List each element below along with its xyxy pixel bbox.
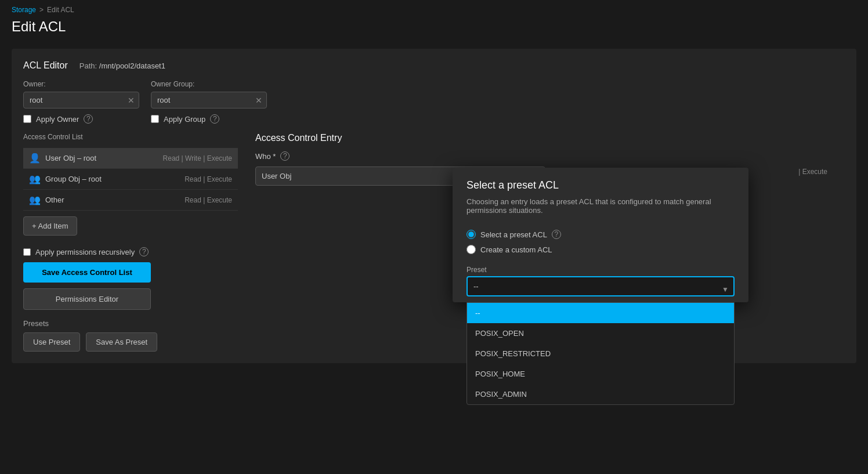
save-as-preset-button[interactable]: Save As Preset [86,332,157,352]
apply-recursive-help-icon[interactable]: ? [139,247,149,256]
acl-item-perms: Read | Execute [185,196,232,204]
presets-title: Presets [23,319,238,328]
preset-dropdown[interactable]: -- POSIX_OPEN POSIX_RESTRICTED POSIX_HOM… [466,276,735,296]
create-custom-radio[interactable] [466,245,476,254]
acl-item-name: User Obj – root [45,154,96,162]
ace-title: Access Control Entry [255,133,845,143]
preset-option-posix-open[interactable]: POSIX_OPEN [467,323,734,343]
owner-input[interactable] [23,92,139,108]
owner-label: Owner: [23,80,139,88]
owner-group-label: Owner Group: [151,80,267,88]
who-label: Who * [255,152,276,161]
execute-badge: | Execute [798,168,827,176]
preset-option-posix-home[interactable]: POSIX_HOME [467,364,734,384]
select-preset-help-icon[interactable]: ? [552,230,561,239]
apply-owner-label: Apply Owner [36,115,79,124]
acl-editor-title: ACL Editor [23,60,68,71]
other-icon: 👥 [29,194,41,205]
preset-options-list: -- POSIX_OPEN POSIX_RESTRICTED POSIX_HOM… [466,302,735,405]
owner-group-input[interactable] [151,92,267,108]
permissions-editor-button[interactable]: Permissions Editor [23,288,151,310]
apply-group-label: Apply Group [164,115,205,124]
save-acl-button[interactable]: Save Access Control List [23,262,151,283]
acl-item-perms: Read | Write | Execute [163,154,232,162]
preset-field-label: Preset [453,260,748,276]
apply-owner-help-icon[interactable]: ? [84,114,93,124]
apply-recursive-label: Apply permissions recursively [35,248,135,256]
owner-clear-icon[interactable]: ✕ [128,96,135,105]
breadcrumb-current: Edit ACL [47,6,74,14]
path-label: Path: /mnt/pool2/dataset1 [79,61,165,70]
select-preset-label: Select a preset ACL [480,230,547,239]
preset-modal: Select a preset ACL Choosing an entry lo… [453,168,748,302]
breadcrumb-storage-link[interactable]: Storage [12,6,36,14]
acl-item-name: Group Obj – root [45,175,102,183]
page-title: Edit ACL [12,16,856,41]
owner-group-clear-icon[interactable]: ✕ [255,96,262,105]
preset-option-posix-restricted[interactable]: POSIX_RESTRICTED [467,343,734,364]
apply-recursive-checkbox[interactable] [23,248,31,256]
who-help-icon[interactable]: ? [280,151,290,161]
preset-option-posix-admin[interactable]: POSIX_ADMIN [467,384,734,404]
apply-group-help-icon[interactable]: ? [210,114,219,124]
preset-option-dash[interactable]: -- [467,303,734,323]
acl-item[interactable]: 👥 Group Obj – root Read | Execute [23,169,238,190]
apply-owner-checkbox[interactable] [23,115,31,123]
breadcrumb: Storage > Edit ACL [12,6,856,14]
use-preset-button[interactable]: Use Preset [23,332,80,352]
acl-item-perms: Read | Execute [185,175,232,183]
create-custom-label: Create a custom ACL [480,245,552,254]
modal-description: Choosing an entry loads a preset ACL tha… [466,197,735,215]
apply-group-checkbox[interactable] [151,115,159,123]
acl-item[interactable]: 👥 Other Read | Execute [23,190,238,211]
user-icon: 👤 [29,153,41,164]
acl-item[interactable]: 👤 User Obj – root Read | Write | Execute [23,148,238,169]
modal-title: Select a preset ACL [466,179,735,191]
add-item-button[interactable]: + Add Item [23,216,77,236]
acl-item-name: Other [45,196,64,204]
path-value: /mnt/pool2/dataset1 [99,61,165,70]
acl-list-title: Access Control List [23,133,238,143]
select-preset-radio[interactable] [466,230,476,239]
group-icon: 👥 [29,173,41,184]
breadcrumb-separator: > [39,6,44,14]
